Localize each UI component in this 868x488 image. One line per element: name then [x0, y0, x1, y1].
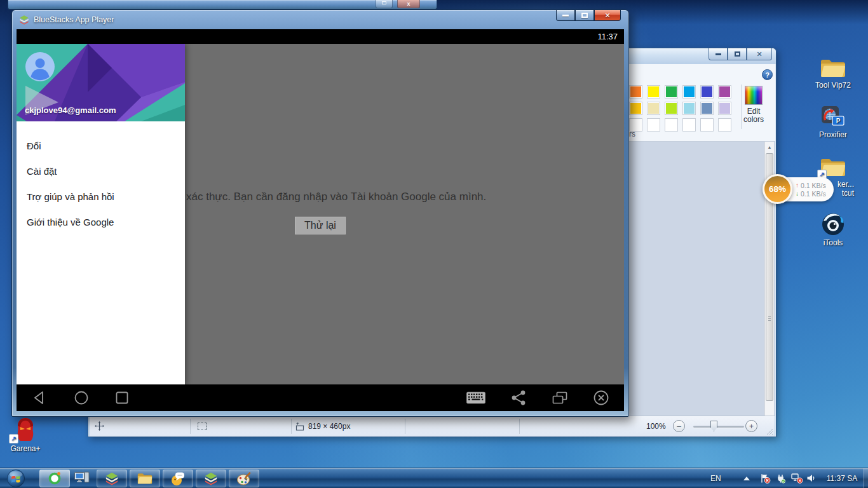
taskbar-garena-messenger-button[interactable] — [163, 470, 193, 487]
statusbar-separator — [405, 419, 405, 434]
paint-minimize-button[interactable] — [709, 48, 728, 60]
maximize-icon — [382, 1, 386, 4]
language-indicator[interactable]: EN — [710, 474, 721, 483]
empty-color-swatch[interactable] — [665, 118, 678, 132]
empty-color-swatch[interactable] — [700, 118, 714, 132]
colors-group-label-fragment: rs — [629, 130, 635, 139]
navigation-drawer: ckjplove94@gmail.com Đổi Cài đặt Trợ giú… — [17, 44, 185, 386]
memory-usage-ball[interactable]: 68% — [763, 174, 792, 204]
statusbar-separator — [291, 419, 292, 434]
bluestacks-maximize-button[interactable] — [575, 10, 594, 21]
taskbar-360security-button[interactable] — [39, 470, 70, 487]
palette-row-empty — [629, 118, 731, 132]
bluestacks-icon — [204, 471, 218, 485]
recents-button[interactable] — [115, 391, 129, 405]
windowed-mode-button[interactable] — [552, 390, 568, 405]
desktop-icon-proxifier[interactable]: P Proxifier — [808, 105, 858, 139]
action-center-flag-icon[interactable] — [760, 473, 771, 484]
drawer-item-doi[interactable]: Đổi — [17, 133, 185, 158]
tray-expand-arrow[interactable] — [743, 477, 750, 480]
folder-icon — [819, 57, 847, 79]
color-swatch[interactable] — [665, 85, 678, 98]
close-icon: ✕ — [756, 50, 762, 58]
window-title: BlueStacks App Player — [34, 15, 114, 24]
resize-grip[interactable] — [766, 428, 773, 435]
color-swatch[interactable] — [647, 85, 660, 98]
minimize-icon — [562, 15, 569, 17]
statusbar-separator — [190, 419, 191, 434]
proxifier-icon: P — [821, 105, 845, 128]
taskbar-explorer-button[interactable] — [130, 470, 160, 487]
paint-maximize-button[interactable] — [728, 48, 747, 60]
avatar[interactable] — [25, 52, 55, 81]
zoom-in-button[interactable]: + — [745, 420, 757, 432]
edit-colors-button[interactable]: Edit colors — [727, 86, 780, 124]
scrollbar-grip — [768, 316, 771, 322]
upload-speed: 0.1 KB/s — [801, 182, 826, 189]
share-button[interactable] — [511, 390, 526, 406]
drawer-menu: Đổi Cài đặt Trợ giúp và phản hồi Giới th… — [17, 121, 185, 234]
keyboard-button[interactable] — [466, 392, 485, 404]
color-swatch[interactable] — [700, 85, 714, 98]
icon-label: Proxifier — [808, 130, 858, 139]
safely-remove-hardware-icon[interactable] — [776, 473, 785, 484]
volume-icon[interactable] — [806, 473, 816, 483]
edit-colors-icon — [745, 86, 763, 105]
paint-icon — [236, 471, 252, 486]
desktop-icon-tool-vip72[interactable]: Tool Vip72 — [808, 57, 858, 90]
home-button[interactable] — [74, 390, 89, 405]
drawer-item-about-google[interactable]: Giới thiệu về Google — [17, 209, 185, 234]
help-icon[interactable]: ? — [762, 69, 773, 80]
taskbar-computer-icon[interactable] — [74, 471, 90, 485]
minimize-icon — [715, 53, 721, 55]
drawer-item-help-feedback[interactable]: Trợ giúp và phản hồi — [17, 184, 185, 209]
empty-color-swatch[interactable] — [682, 118, 696, 132]
desktop-icon-itools[interactable]: iTools — [808, 212, 858, 247]
desktop-icon-garena[interactable]: ↗ Garena+ — [5, 417, 46, 453]
back-button[interactable] — [32, 390, 46, 405]
taskbar-bluestacks2-button[interactable] — [196, 470, 226, 487]
zoom-level-value: 100% — [646, 422, 666, 431]
statusbar-separator — [519, 419, 520, 434]
taskbar-paint-button[interactable] — [229, 470, 259, 487]
zoom-out-button[interactable]: – — [673, 420, 685, 432]
selection-size-icon — [198, 423, 207, 430]
svg-text:P: P — [836, 118, 841, 125]
close-icon: x — [398, 0, 419, 8]
color-swatch[interactable] — [665, 102, 678, 115]
bluestacks-titlebar[interactable]: BlueStacks App Player ✕ — [12, 10, 628, 29]
edit-colors-label: Edit colors — [740, 107, 768, 124]
empty-color-swatch[interactable] — [647, 118, 660, 132]
drawer-item-settings[interactable]: Cài đặt — [17, 158, 185, 184]
android-navigation-bar — [17, 384, 624, 411]
auth-error-message: xác thực. Bạn cần đăng nhập vào Tài khoả… — [186, 191, 486, 203]
bluestacks-window: BlueStacks App Player ✕ 11:37 xác thực. … — [11, 10, 629, 417]
color-swatch[interactable] — [629, 102, 642, 115]
scroll-up-arrow[interactable]: ▲ — [765, 142, 774, 152]
taskbar-bluestacks-button[interactable] — [97, 470, 127, 487]
zoom-slider-thumb[interactable] — [710, 421, 717, 431]
clock[interactable]: 11:37 SA — [822, 474, 862, 483]
color-swatch[interactable] — [682, 85, 696, 98]
close-app-button[interactable] — [593, 390, 609, 406]
download-arrow-icon: ↓ — [796, 190, 799, 197]
close-icon: ✕ — [604, 11, 610, 20]
background-window-close-button[interactable]: x — [397, 0, 420, 8]
show-desktop-button[interactable] — [864, 468, 868, 488]
bluestacks-close-button[interactable]: ✕ — [594, 10, 621, 21]
retry-button[interactable]: Thử lại — [295, 217, 346, 234]
zoom-slider-track[interactable] — [693, 426, 744, 428]
color-swatch[interactable] — [682, 102, 696, 115]
color-swatch[interactable] — [700, 102, 714, 115]
network-disconnected-icon[interactable] — [791, 473, 803, 484]
android-status-bar: 11:37 — [17, 29, 624, 44]
paint-close-button[interactable]: ✕ — [747, 48, 772, 60]
background-window-maximize-button[interactable] — [376, 0, 393, 8]
color-swatch[interactable] — [647, 102, 660, 115]
start-button[interactable] — [6, 469, 25, 488]
color-swatch[interactable] — [629, 85, 642, 98]
bluestacks-minimize-button[interactable] — [556, 10, 575, 21]
background-window-titlebar-sliver[interactable]: x — [8, 0, 437, 10]
maximize-icon — [581, 13, 588, 18]
download-speed: 0.1 KB/s — [801, 190, 826, 198]
